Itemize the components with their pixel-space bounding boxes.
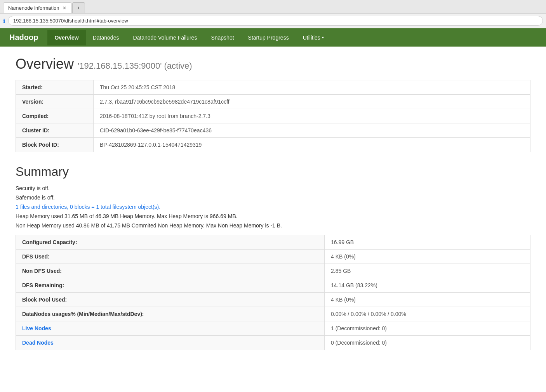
safemode-status: Safemode is off. bbox=[16, 194, 530, 201]
table-row: DFS Remaining:14.14 GB (83.22%) bbox=[16, 278, 530, 293]
row-value: 0 (Decommissioned: 0) bbox=[325, 336, 530, 350]
table-row: Version: 2.7.3, rbaa91f7c6bc9cb92be5982d… bbox=[16, 95, 530, 109]
row-label[interactable]: Live Nodes bbox=[16, 321, 325, 336]
tab-add-button[interactable]: + bbox=[77, 5, 80, 11]
row-label: Version: bbox=[16, 95, 94, 109]
summary-table: Configured Capacity:16.99 GBDFS Used:4 K… bbox=[16, 235, 530, 350]
table-row: Dead Nodes0 (Decommissioned: 0) bbox=[16, 336, 530, 350]
filesystem-objects-link[interactable]: 1 files and directories, 0 blocks = 1 to… bbox=[16, 204, 160, 210]
overview-subtitle: '192.168.15.135:9000' (active) bbox=[78, 61, 192, 71]
row-value: 2.85 GB bbox=[325, 264, 530, 278]
row-value: BP-428102869-127.0.0.1-1540471429319 bbox=[94, 138, 530, 152]
active-tab[interactable]: Namenode information ✕ bbox=[3, 2, 71, 13]
row-label: Cluster ID: bbox=[16, 123, 94, 138]
row-value: 2016-08-18T01:41Z by root from branch-2.… bbox=[94, 109, 530, 123]
row-label: DataNodes usages% (Min/Median/Max/stdDev… bbox=[16, 307, 325, 321]
row-value: 4 KB (0%) bbox=[325, 250, 530, 264]
table-row: Live Nodes1 (Decommissioned: 0) bbox=[16, 321, 530, 336]
row-label: Configured Capacity: bbox=[16, 235, 325, 250]
row-label: DFS Remaining: bbox=[16, 278, 325, 293]
table-row: Cluster ID: CID-629a01b0-63ee-429f-be85-… bbox=[16, 123, 530, 138]
table-row: Configured Capacity:16.99 GB bbox=[16, 235, 530, 250]
navbar: Hadoop Overview Datanodes Datanode Volum… bbox=[0, 28, 546, 47]
main-content: Overview '192.168.15.135:9000' (active) … bbox=[0, 47, 546, 359]
address-input[interactable] bbox=[8, 16, 543, 26]
row-label: Compiled: bbox=[16, 109, 94, 123]
summary-link[interactable]: Live Nodes bbox=[22, 325, 51, 331]
nav-utilities[interactable]: Utilities ▾ bbox=[296, 30, 331, 45]
browser-chrome: Namenode information ✕ + ℹ bbox=[0, 0, 546, 28]
address-bar: ℹ bbox=[0, 13, 546, 28]
info-icon: ℹ bbox=[3, 18, 5, 24]
utilities-dropdown-arrow: ▾ bbox=[322, 35, 324, 40]
summary-link[interactable]: Dead Nodes bbox=[22, 340, 54, 346]
table-row: DataNodes usages% (Min/Median/Max/stdDev… bbox=[16, 307, 530, 321]
tab-bar: Namenode information ✕ + bbox=[0, 0, 546, 13]
inactive-tab[interactable]: + bbox=[72, 2, 85, 13]
row-value: 1 (Decommissioned: 0) bbox=[325, 321, 530, 336]
nav-snapshot[interactable]: Snapshot bbox=[204, 30, 241, 45]
table-row: Compiled: 2016-08-18T01:41Z by root from… bbox=[16, 109, 530, 123]
row-value: Thu Oct 25 20:45:25 CST 2018 bbox=[94, 80, 530, 95]
row-value: 16.99 GB bbox=[325, 235, 530, 250]
heap-memory: Heap Memory used 31.65 MB of 46.39 MB He… bbox=[16, 213, 530, 219]
non-heap-memory: Non Heap Memory used 40.86 MB of 41.75 M… bbox=[16, 222, 530, 229]
nav-links: Overview Datanodes Datanode Volume Failu… bbox=[47, 30, 330, 45]
overview-title: Overview '192.168.15.135:9000' (active) bbox=[16, 56, 530, 72]
overview-table: Started: Thu Oct 25 20:45:25 CST 2018 Ve… bbox=[16, 80, 530, 152]
table-row: DFS Used:4 KB (0%) bbox=[16, 250, 530, 264]
summary-title: Summary bbox=[16, 165, 530, 179]
nav-startup-progress[interactable]: Startup Progress bbox=[241, 30, 296, 45]
row-label: Block Pool Used: bbox=[16, 293, 325, 307]
overview-section: Overview '192.168.15.135:9000' (active) … bbox=[16, 56, 530, 152]
tab-close-button[interactable]: ✕ bbox=[63, 5, 66, 11]
table-row: Started: Thu Oct 25 20:45:25 CST 2018 bbox=[16, 80, 530, 95]
security-status: Security is off. bbox=[16, 185, 530, 191]
row-label: DFS Used: bbox=[16, 250, 325, 264]
filesystem-objects: 1 files and directories, 0 blocks = 1 to… bbox=[16, 204, 530, 210]
row-value: 4 KB (0%) bbox=[325, 293, 530, 307]
nav-datanodes[interactable]: Datanodes bbox=[86, 30, 126, 45]
table-row: Non DFS Used:2.85 GB bbox=[16, 264, 530, 278]
row-label: Non DFS Used: bbox=[16, 264, 325, 278]
tab-label: Namenode information bbox=[8, 5, 59, 11]
row-value: 14.14 GB (83.22%) bbox=[325, 278, 530, 293]
row-label: Block Pool ID: bbox=[16, 138, 94, 152]
nav-datanode-volume-failures[interactable]: Datanode Volume Failures bbox=[126, 30, 204, 45]
table-row: Block Pool Used:4 KB (0%) bbox=[16, 293, 530, 307]
row-value: 2.7.3, rbaa91f7c6bc9cb92be5982de4719c1c8… bbox=[94, 95, 530, 109]
nav-overview[interactable]: Overview bbox=[47, 30, 85, 45]
summary-section: Summary Security is off. Safemode is off… bbox=[16, 165, 530, 350]
row-value: CID-629a01b0-63ee-429f-be85-f77470eac436 bbox=[94, 123, 530, 138]
navbar-brand: Hadoop bbox=[0, 28, 47, 47]
table-row: Block Pool ID: BP-428102869-127.0.0.1-15… bbox=[16, 138, 530, 152]
row-label: Started: bbox=[16, 80, 94, 95]
row-value: 0.00% / 0.00% / 0.00% / 0.00% bbox=[325, 307, 530, 321]
row-label[interactable]: Dead Nodes bbox=[16, 336, 325, 350]
